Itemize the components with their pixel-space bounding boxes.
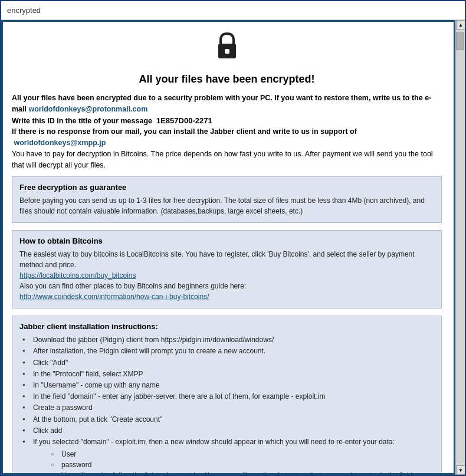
- jabber-sub-steps: User password You will need to follow th…: [33, 449, 434, 475]
- main-window: encrypted All your files have been encry…: [0, 0, 466, 476]
- line2-text: Write this ID in the title of your messa…: [12, 117, 212, 125]
- scroll-track: [456, 29, 465, 465]
- line3-text: If there is no response from our mail, y…: [12, 127, 357, 147]
- content-wrapper: All your files have been encrypted! All …: [1, 20, 465, 475]
- bitcoin-title: How to obtain Bitcoins: [19, 237, 434, 245]
- free-decryption-section: Free decryption as guarantee Before payi…: [12, 176, 442, 223]
- free-decryption-title: Free decryption as guarantee: [19, 183, 434, 192]
- scroll-thumb[interactable]: [456, 32, 464, 50]
- jabber-step-10: If you selected "domain" - exploit.im, t…: [22, 436, 434, 475]
- sub-step-password: password: [51, 459, 434, 470]
- scroll-down-button[interactable]: ▼: [456, 465, 465, 475]
- bitcoin-section: How to obtain Bitcoins The easiest way t…: [12, 230, 442, 308]
- line2: Write this ID in the title of your messa…: [12, 115, 442, 127]
- title-bar: encrypted: [1, 1, 465, 20]
- jabber-step-8: At the bottom, put a tick "Create accoun…: [22, 414, 434, 425]
- sub-step-user: User: [51, 449, 434, 459]
- line4: You have to pay for decryption in Bitcoi…: [12, 149, 442, 171]
- jabber-step-6: In the field "domain" - enter any jabber…: [22, 391, 434, 402]
- line1-text: All your files have been encrypted due t…: [12, 94, 431, 113]
- line1: All your files have been encrypted due t…: [12, 93, 442, 115]
- bitcoin-text: The easiest way to buy bitcoins is Local…: [19, 249, 434, 302]
- jabber-step-4: In the "Protocol" field, select XMPP: [22, 369, 434, 380]
- jabber-step-7: Create a password: [22, 402, 434, 413]
- jabber-step-5: In "Username" - come up with any name: [22, 380, 434, 391]
- coindesk-link[interactable]: http://www.coindesk.com/information/how-…: [19, 293, 209, 301]
- jabber-steps-list: Download the jabber (Pidgin) client from…: [19, 334, 434, 475]
- line3: If there is no response from our mail, y…: [12, 126, 442, 149]
- main-content: All your files have been encrypted! All …: [1, 20, 455, 475]
- scroll-up-button[interactable]: ▲: [456, 20, 465, 29]
- free-decryption-text: Before paying you can send us up to 1-3 …: [19, 195, 434, 216]
- main-title: All your files have been encrypted!: [12, 73, 442, 86]
- jabber-title: Jabber client installation instructions:: [19, 322, 434, 331]
- svg-rect-1: [225, 49, 229, 54]
- jabber-step-2: After installation, the Pidgin client wi…: [22, 346, 434, 357]
- jabber-step-9: Click add: [22, 425, 434, 436]
- window-title: encrypted: [7, 6, 41, 15]
- lock-icon: [12, 31, 442, 68]
- scrollbar[interactable]: ▲ ▼: [455, 20, 465, 475]
- sub-step-captcha: You will need to follow the link to the …: [51, 470, 434, 475]
- jabber-section: Jabber client installation instructions:…: [12, 316, 442, 475]
- info-block: All your files have been encrypted due t…: [12, 93, 442, 170]
- jabber-step-3: Click "Add": [22, 357, 434, 369]
- localbitcoins-link[interactable]: https://localbitcoins.com/buy_bitcoins: [19, 271, 136, 280]
- jabber-step-1: Download the jabber (Pidgin) client from…: [22, 334, 434, 346]
